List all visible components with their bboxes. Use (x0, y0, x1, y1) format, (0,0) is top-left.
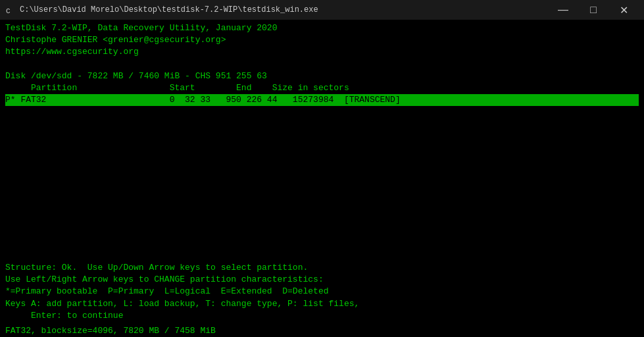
partition-column-header: Partition Start End Size in sectors (5, 82, 639, 94)
status-line3: *=Primary bootable P=Primary L=Logical E… (5, 286, 639, 298)
partition-row-text: P* FAT32 0 32 33 950 226 44 15273984 [TR… (5, 94, 639, 106)
title-bar-text: C:\Users\David Morelo\Desktop\testdisk-7… (20, 5, 548, 14)
close-button[interactable]: ✕ (608, 0, 639, 20)
line-app-title: TestDisk 7.2-WIP, Data Recovery Utility,… (5, 22, 639, 34)
line-disk-info: Disk /dev/sdd - 7822 MB / 7460 MiB - CHS… (5, 70, 639, 82)
svg-text:C: C (6, 7, 11, 15)
title-bar: C C:\Users\David Morelo\Desktop\testdisk… (0, 0, 644, 20)
app-icon: C (5, 5, 16, 15)
bottom-status-text: FAT32, blocksize=4096, 7820 MB / 7458 Mi… (5, 326, 216, 336)
line-blank1 (5, 59, 639, 70)
status-line4: Keys A: add partition, L: load backup, T… (5, 298, 639, 310)
window-controls: — □ ✕ (548, 0, 639, 20)
minimize-button[interactable]: — (548, 0, 578, 20)
maximize-button[interactable]: □ (578, 0, 608, 20)
status-line1: Structure: Ok. Use Up/Down Arrow keys to… (5, 262, 639, 274)
status-line2: Use Left/Right Arrow keys to CHANGE part… (5, 274, 639, 286)
terminal-spacer (5, 106, 639, 262)
partition-row-selected[interactable]: P* FAT32 0 32 33 950 226 44 15273984 [TR… (5, 94, 639, 106)
line-url: https://www.cgsecurity.org (5, 46, 639, 58)
status-line5: Enter: to continue (5, 310, 639, 322)
terminal-area: TestDisk 7.2-WIP, Data Recovery Utility,… (0, 20, 644, 324)
bottom-status-bar: FAT32, blocksize=4096, 7820 MB / 7458 Mi… (0, 324, 644, 337)
line-author: Christophe GRENIER <grenier@cgsecurity.o… (5, 34, 639, 46)
